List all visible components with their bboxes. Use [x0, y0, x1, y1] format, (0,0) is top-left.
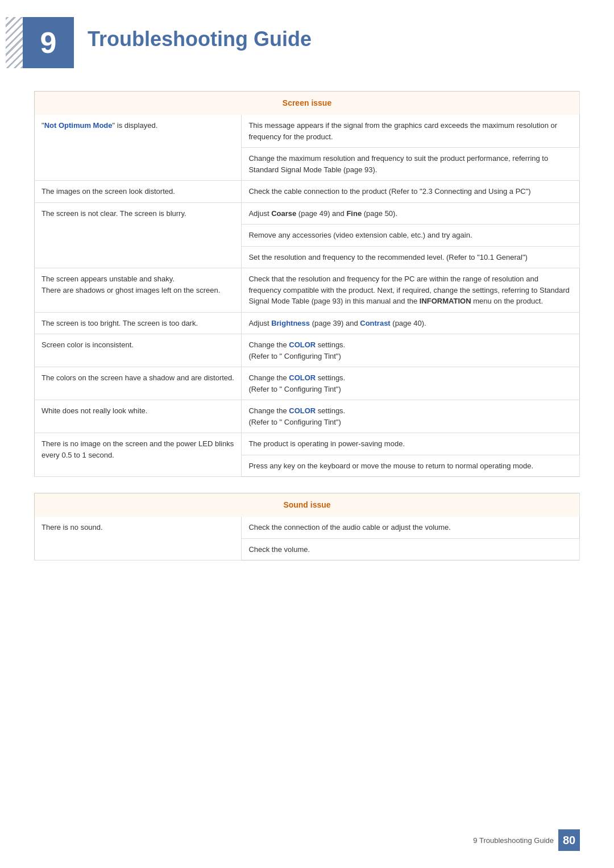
- solution-cell: Check the connection of the audio cable …: [242, 517, 580, 538]
- solution-cell: Press any key on the keyboard or move th…: [242, 455, 580, 477]
- problem-cell: The colors on the screen have a shadow a…: [35, 367, 242, 400]
- problem-cell: "Not Optimum Mode" is displayed.: [35, 115, 242, 181]
- sound-issue-heading: Sound issue: [35, 493, 580, 517]
- page-title: Troubleshooting Guide: [88, 17, 312, 51]
- table-row: The screen is not clear. The screen is b…: [35, 202, 580, 225]
- table-row: White does not really look white. Change…: [35, 400, 580, 433]
- not-optimum-mode-label: Not Optimum Mode: [44, 121, 113, 130]
- content: Screen issue "Not Optimum Mode" is displ…: [0, 80, 614, 610]
- solution-cell: Check the cable connection to the produc…: [242, 181, 580, 203]
- problem-cell: There is no image on the screen and the …: [35, 433, 242, 477]
- table-row: The images on the screen look distorted.…: [35, 181, 580, 203]
- solution-cell: Change the maximum resolution and freque…: [242, 148, 580, 181]
- solution-cell: Change the COLOR settings. (Refer to " C…: [242, 400, 580, 433]
- problem-cell: The images on the screen look distorted.: [35, 181, 242, 203]
- problem-cell: There is no sound.: [35, 517, 242, 560]
- solution-cell: Remove any accessories (video extension …: [242, 225, 580, 247]
- solution-cell: Adjust Coarse (page 49) and Fine (page 5…: [242, 202, 580, 225]
- table-row: The screen is too bright. The screen is …: [35, 312, 580, 334]
- solution-cell: Change the COLOR settings. (Refer to " C…: [242, 367, 580, 400]
- solution-cell: Set the resolution and frequency to the …: [242, 246, 580, 268]
- problem-cell: The screen is too bright. The screen is …: [35, 312, 242, 334]
- table-row: Screen color is inconsistent. Change the…: [35, 334, 580, 367]
- problem-cell: The screen is not clear. The screen is b…: [35, 202, 242, 268]
- solution-cell: Adjust Brightness (page 39) and Contrast…: [242, 312, 580, 334]
- solution-cell: Check that the resolution and frequency …: [242, 268, 580, 313]
- table-row: "Not Optimum Mode" is displayed. This me…: [35, 115, 580, 148]
- footer-text: 9 Troubleshooting Guide: [473, 836, 554, 845]
- header: 9 Troubleshooting Guide: [0, 0, 614, 80]
- footer: 9 Troubleshooting Guide 80: [473, 829, 580, 851]
- table-row: The colors on the screen have a shadow a…: [35, 367, 580, 400]
- solution-cell: This message appears if the signal from …: [242, 115, 580, 148]
- problem-cell: The screen appears unstable and shaky. T…: [35, 268, 242, 313]
- table-row: The screen appears unstable and shaky. T…: [35, 268, 580, 313]
- page-number-badge: 80: [558, 829, 580, 851]
- problem-cell: White does not really look white.: [35, 400, 242, 433]
- table-row: There is no image on the screen and the …: [35, 433, 580, 455]
- screen-issue-heading: Screen issue: [35, 92, 580, 115]
- screen-issue-table: Screen issue "Not Optimum Mode" is displ…: [34, 91, 580, 477]
- solution-cell: Check the volume.: [242, 538, 580, 560]
- solution-cell: Change the COLOR settings. (Refer to " C…: [242, 334, 580, 367]
- chapter-badge: 9: [23, 17, 74, 68]
- sound-issue-table: Sound issue There is no sound. Check the…: [34, 493, 580, 560]
- solution-cell: The product is operating in power-saving…: [242, 433, 580, 455]
- problem-cell: Screen color is inconsistent.: [35, 334, 242, 367]
- table-row: There is no sound. Check the connection …: [35, 517, 580, 538]
